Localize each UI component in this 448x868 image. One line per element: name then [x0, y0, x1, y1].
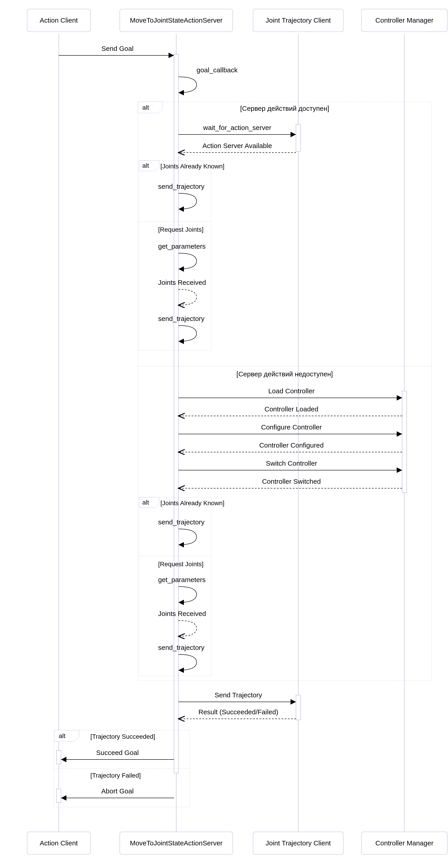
- msg-label: Joints Received: [158, 610, 206, 617]
- activation-ac1: [57, 750, 61, 764]
- self-get-params2: [179, 587, 197, 602]
- frag-label: alt: [59, 733, 66, 739]
- participant-label: MoveToJointStateActionServer: [130, 17, 223, 24]
- participant-label: Joint Trajectory Client: [266, 839, 331, 847]
- participant-label: Action Client: [40, 839, 78, 847]
- sequence-diagram: Action Client MoveToJointStateActionServ…: [0, 0, 448, 868]
- frag-inner-alt1-tag: [139, 160, 159, 171]
- msg-label: Result (Succeeded/Failed): [198, 708, 278, 716]
- msg-label: Send Trajectory: [215, 691, 262, 699]
- msg-label: Load Controller: [268, 387, 315, 395]
- participant-label: Controller Manager: [376, 839, 434, 847]
- frag-guard: [Request Joints]: [158, 561, 203, 567]
- participant-label: Action Client: [40, 17, 78, 24]
- activation-mtjs: [174, 54, 179, 773]
- msg-label: wait_for_action_server: [203, 124, 271, 131]
- msg-label: get_parameters: [158, 576, 205, 583]
- self-get-params1: [179, 253, 197, 269]
- msg-label: Succeed Goal: [96, 749, 139, 756]
- msg-label: Action Server Available: [202, 142, 272, 149]
- msg-label: Controller Configured: [259, 441, 323, 449]
- frag-label: alt: [142, 499, 149, 506]
- diagram-body: Action Client MoveToJointStateActionServ…: [27, 9, 447, 855]
- self-send-traj1b: [179, 326, 197, 341]
- msg-label: Configure Controller: [261, 423, 322, 431]
- activation-jtc: [296, 124, 300, 151]
- activation-ac2: [57, 789, 61, 802]
- msg-label: get_parameters: [158, 243, 205, 250]
- frag-guard: [Сервер действий недоступен]: [236, 370, 333, 378]
- msg-label: Abort Goal: [101, 787, 133, 795]
- msg-label: Controller Loaded: [264, 405, 319, 413]
- self-send-traj2: [179, 529, 197, 545]
- msg-label: Controller Switched: [262, 477, 321, 485]
- participant-label: Controller Manager: [376, 17, 434, 24]
- frag-guard: [Trajectory Failed]: [90, 772, 141, 779]
- self-joints-recv1: [179, 289, 197, 305]
- msg-label: send_trajectory: [158, 518, 204, 526]
- activation-cm: [402, 391, 407, 493]
- msg-label: Joints Received: [158, 279, 206, 286]
- msg-label: Switch Controller: [266, 460, 317, 467]
- frag-guard: [Сервер действий доступен]: [240, 105, 329, 112]
- frag-bottom-alt-tag: [54, 730, 79, 741]
- frag-label: alt: [142, 162, 149, 169]
- msg-label: Send Goal: [101, 45, 133, 52]
- frag-guard: [Joints Already Known]: [160, 500, 224, 506]
- self-send-traj1: [179, 193, 197, 209]
- msg-label: send_trajectory: [158, 315, 204, 322]
- frag-guard: [Joints Already Known]: [160, 163, 224, 170]
- frag-guard: [Request Joints]: [158, 226, 203, 233]
- msg-label: goal_callback: [197, 66, 238, 74]
- msg-label: send_trajectory: [158, 644, 204, 651]
- self-send-traj2b: [179, 654, 197, 670]
- self-joints-recv2: [179, 620, 197, 636]
- frag-inner-alt2-tag: [139, 497, 159, 508]
- self-goal-callback: [179, 77, 197, 93]
- frag-outer-alt-tag: [138, 102, 163, 113]
- participant-label: MoveToJointStateActionServer: [130, 839, 223, 847]
- frag-label: alt: [142, 104, 149, 111]
- participant-label: Joint Trajectory Client: [266, 17, 331, 24]
- activation-jtc2: [296, 695, 300, 720]
- msg-label: send_trajectory: [158, 183, 204, 190]
- frag-guard: [Trajectory Succeeded]: [90, 733, 155, 740]
